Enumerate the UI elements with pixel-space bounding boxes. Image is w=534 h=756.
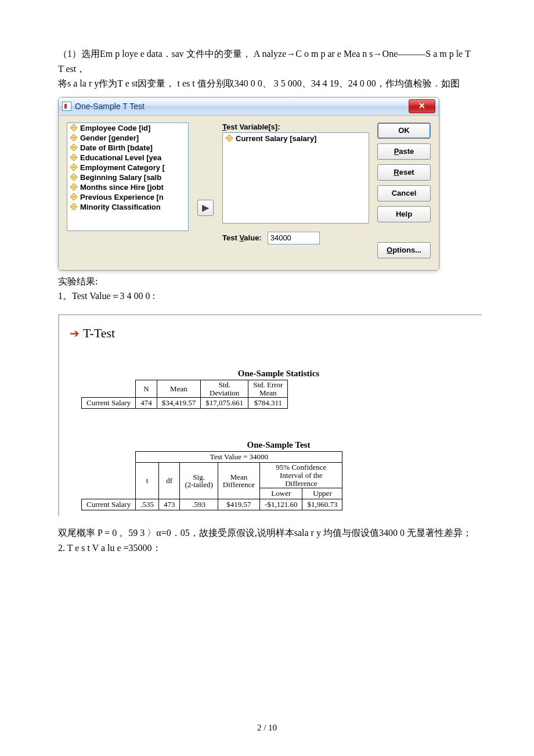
one-sample-test-table: Test Value = 34000 t df Sig.(2-tailed) M… (81, 451, 342, 510)
list-item[interactable]: Previous Experience [n (67, 192, 188, 202)
test-value-label: Test Value: (222, 233, 262, 242)
dialog-title: One-Sample T Test (75, 102, 145, 111)
scale-var-icon (225, 134, 233, 142)
test-table-title: One-Sample Test (81, 440, 476, 450)
list-item[interactable]: Beginning Salary [salb (67, 172, 188, 182)
scale-var-icon (70, 163, 78, 171)
table-row: Current Salary .535 473 .593 $419.57 -$1… (82, 499, 342, 510)
list-item[interactable]: Gender [gender] (67, 133, 188, 143)
list-item[interactable]: Months since Hire [jobt (67, 182, 188, 192)
dialog-titlebar: One-Sample T Test ✕ (59, 98, 439, 116)
move-right-button[interactable]: ▶ (197, 200, 214, 216)
paragraph-5: 双尾概率 P = 0 。59 3 〉α=0．05，故接受原假设,说明样本sala… (58, 525, 476, 541)
test-variable-list[interactable]: Current Salary [salary] (222, 132, 369, 224)
list-item[interactable]: Educational Level [yea (67, 153, 188, 163)
scale-var-icon (70, 153, 78, 161)
paste-button[interactable]: Paste (377, 143, 431, 160)
scale-var-icon (70, 183, 78, 191)
spss-output-panel: ➔ T-Test One-Sample Statistics N Mean St… (58, 314, 482, 516)
ok-button[interactable]: OK (377, 123, 431, 139)
one-sample-statistics-table: N Mean Std.Deviation Std. ErrorMean Curr… (81, 380, 288, 409)
spss-app-icon (62, 102, 71, 111)
paragraph-6: 2. T e s t V a lu e =35000： (58, 541, 476, 556)
table-row: Current Salary 474 $34,419.57 $17,075.66… (82, 398, 288, 409)
reset-button[interactable]: Reset (377, 164, 431, 181)
page-number: 2 / 10 (0, 723, 534, 733)
triangle-right-icon: ▶ (202, 202, 209, 213)
help-button[interactable]: Help (377, 206, 431, 222)
one-sample-t-test-dialog: One-Sample T Test ✕ Employee Code [id] G… (58, 97, 439, 271)
output-title: ➔ T-Test (70, 326, 476, 341)
scale-var-icon (70, 193, 78, 201)
test-variables-label: Test Variable[s]: (222, 123, 369, 131)
source-variable-list[interactable]: Employee Code [id] Gender [gender] Date … (67, 123, 189, 231)
list-item[interactable]: Minority Classification (67, 202, 188, 212)
list-item[interactable]: Current Salary [salary] (223, 133, 369, 144)
scale-var-icon (70, 134, 78, 142)
arrow-right-icon: ➔ (70, 326, 80, 340)
scale-var-icon (70, 124, 78, 132)
test-value-input[interactable] (268, 232, 320, 244)
list-item[interactable]: Date of Birth [bdate] (67, 143, 188, 153)
options-button[interactable]: Options... (377, 242, 431, 258)
cancel-button[interactable]: Cancel (377, 185, 431, 201)
list-item[interactable]: Employee Code [id] (67, 123, 188, 133)
scale-var-icon (70, 143, 78, 152)
scale-var-icon (70, 203, 78, 211)
paragraph-4: 1。Test Value＝3 4 00 0 : (58, 289, 476, 304)
paragraph-3: 实验结果: (58, 274, 476, 289)
paragraph-2: 将s a la r y作为T e st因变量， t es t 值分别取340 0… (58, 76, 476, 91)
stats-table-title: One-Sample Statistics (81, 369, 476, 379)
list-item[interactable]: Employment Category [ (67, 163, 188, 172)
paragraph-1: （1）选用Em p loye e data．sav 文件中的变量， A naly… (58, 46, 476, 76)
close-button[interactable]: ✕ (409, 99, 435, 113)
scale-var-icon (70, 173, 78, 181)
